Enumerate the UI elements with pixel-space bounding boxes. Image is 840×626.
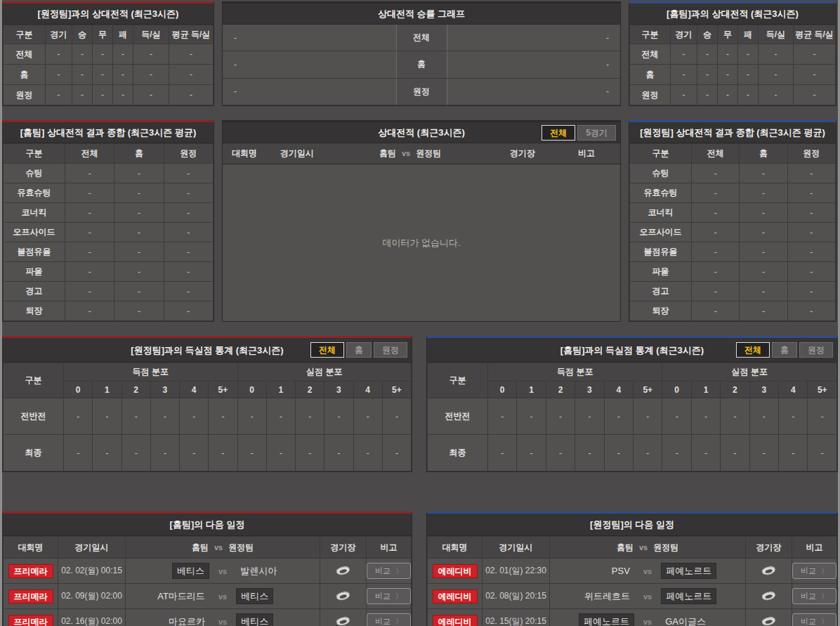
stadium-icon[interactable]: [334, 590, 352, 602]
col-header: 원정: [787, 144, 835, 164]
compare-button[interactable]: 비교〉: [367, 563, 411, 578]
stadium-icon[interactable]: [334, 565, 352, 577]
cell: -: [114, 282, 164, 301]
cell: -: [692, 183, 740, 203]
table-row: 슈팅 - - -: [4, 164, 214, 183]
datetime-cell: 02. 15(일) 20:15: [483, 609, 550, 626]
cell: -: [150, 398, 179, 435]
datetime-cell: 02. 02(월) 00:15: [58, 559, 126, 584]
winrate-right-value: -: [447, 79, 621, 105]
tab-all[interactable]: 전체: [736, 342, 770, 358]
cell: -: [114, 183, 164, 203]
col-header-conceded: 실점 분포: [237, 363, 412, 382]
header-row: 구분 전체 홈 원정: [4, 144, 214, 164]
cell: -: [662, 398, 691, 435]
row-label: 슈팅: [630, 164, 692, 183]
tab-all[interactable]: 전체: [542, 125, 575, 141]
col-header: 승: [697, 25, 718, 44]
cell: -: [324, 435, 353, 471]
league-badge: 프리메라: [8, 589, 53, 604]
group-header-row: 구분 득점 분포 실점 분포: [428, 363, 837, 382]
stadium-cell: [320, 559, 367, 584]
row-label: 전반전: [4, 398, 64, 435]
stadium-icon[interactable]: [760, 590, 777, 602]
cell: -: [759, 65, 794, 85]
cell: -: [296, 435, 324, 471]
tab-away[interactable]: 원정: [799, 342, 833, 358]
cell: -: [209, 435, 237, 471]
table-row: 원정 - - - - - -: [4, 85, 214, 105]
cell: -: [740, 242, 787, 262]
stadium-icon[interactable]: [760, 615, 777, 626]
cell: -: [122, 435, 150, 471]
schedule-home-table: 대회명 경기일시 홈팀vs원정팀 경기장 비고 프리메라 02. 02(월) 0…: [3, 536, 412, 626]
panel-winrate-graph: 상대전적 승률 그래프 - 전체 - - 홈 - -: [222, 1, 621, 106]
row-label: 전반전: [428, 398, 488, 435]
cell: -: [266, 435, 295, 471]
teams-cell: 마요르카 vs 베티스: [126, 609, 320, 626]
compare-button[interactable]: 비교〉: [367, 613, 411, 626]
table-row: 퇴장 - - -: [630, 301, 836, 321]
stadium-icon[interactable]: [334, 615, 352, 626]
schedule-row: 에레디비 02. 08(일) 20:15 위트레흐트 vs 페예노르트 비교〉: [428, 584, 837, 609]
cell: -: [671, 65, 697, 85]
col-header-stadium: 경기장: [320, 537, 367, 559]
panel-title: [홈팀] 상대전적 결과 종합 (최근3시즌 평균): [3, 122, 214, 143]
cell: -: [692, 262, 740, 282]
cell: -: [180, 435, 209, 471]
vs-label: vs: [643, 567, 652, 575]
cell: -: [114, 301, 164, 321]
chevron-right-icon: 〉: [821, 566, 828, 575]
col-header: 무: [93, 25, 113, 44]
table-row: 오프사이드 - - -: [4, 223, 214, 242]
cell: -: [794, 65, 836, 85]
col-header-league: 대회명: [4, 537, 58, 559]
tab-group: 전체 홈 원정: [736, 342, 833, 358]
panel-summary-away: [원정팀] 상대전적 결과 종합 (최근3시즌 평균) 구분 전체 홈 원정 슈…: [629, 120, 836, 322]
table-row: 경고 - - -: [4, 282, 214, 301]
cell: -: [488, 435, 517, 471]
cell: -: [382, 398, 411, 435]
schedule-row: 에레디비 02. 01(일) 22:30 PSV vs 페예노르트 비교〉: [428, 559, 837, 584]
cell: -: [65, 183, 114, 203]
compare-button[interactable]: 비교〉: [367, 588, 411, 604]
chevron-right-icon: 〉: [821, 592, 828, 601]
cell: -: [740, 183, 787, 203]
winrate-body: - 전체 - - 홈 - - 원정 -: [223, 25, 620, 105]
tab-all[interactable]: 전체: [310, 342, 344, 358]
vs-label: vs: [218, 592, 227, 601]
tick: 4: [180, 382, 209, 398]
cell: -: [697, 65, 718, 85]
cell: -: [738, 65, 759, 85]
compare-button[interactable]: 비교〉: [792, 588, 836, 604]
tick: 0: [237, 382, 266, 398]
compare-label: 비교: [801, 591, 816, 601]
compare-button[interactable]: 비교〉: [792, 613, 836, 626]
col-header: 패: [113, 25, 133, 44]
cell: -: [740, 282, 787, 301]
cell: -: [740, 262, 787, 282]
col-header: 경기: [46, 25, 72, 44]
tab-away[interactable]: 원정: [374, 342, 407, 358]
tick: 2: [721, 382, 749, 398]
h2h-away-table: 구분 경기 승 무 패 득/실 평균 득/실 전체 - - -: [3, 25, 214, 105]
row-label: 유효슈팅: [4, 183, 65, 203]
tab-home[interactable]: 홈: [346, 342, 372, 358]
cell: -: [759, 44, 794, 65]
row-label: 전체: [4, 44, 46, 65]
away-team-name: 베티스: [236, 613, 273, 626]
tick: 5+: [634, 382, 662, 398]
tab-home[interactable]: 홈: [772, 342, 797, 358]
compare-button[interactable]: 비교〉: [792, 563, 836, 578]
col-header: 득/실: [133, 25, 169, 44]
cell: -: [749, 398, 778, 435]
tab-5games[interactable]: 5경기: [577, 125, 616, 141]
col-header-datetime: 경기일시: [58, 537, 126, 559]
table-row: 최종 - - - - - - - - - - - -: [428, 435, 837, 471]
row-label: 슈팅: [4, 164, 65, 183]
tick: 2: [296, 382, 324, 398]
cell: -: [691, 435, 720, 471]
stadium-icon[interactable]: [760, 565, 777, 577]
table-row: 전체 - - - - - -: [4, 44, 214, 65]
cell: -: [180, 398, 209, 435]
